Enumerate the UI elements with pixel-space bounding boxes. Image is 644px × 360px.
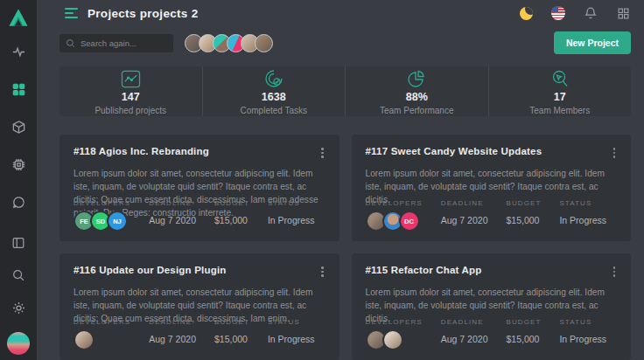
search-box [60, 34, 173, 52]
developer-avatars [366, 329, 423, 350]
developers-column: DEVELOPERS [366, 318, 423, 350]
topbar-icons [518, 5, 631, 21]
status-value: In Progress [268, 334, 315, 344]
card-menu-button[interactable] [319, 265, 326, 279]
budget-column: BUDGET $15,000 [214, 199, 249, 232]
deadline-column: DEADLINE Aug 7 2020 [149, 199, 196, 232]
meta-label: DEADLINE [149, 199, 196, 207]
stat-team-members: 17 Team Members [489, 66, 632, 116]
meta-label: STATUS [559, 199, 606, 207]
deadline-column: DEADLINE Aug 7 2020 [149, 318, 196, 350]
meta-label: BUDGET [214, 199, 249, 207]
budget-value: $15,000 [214, 215, 249, 225]
stat-label: Completed Tasks [240, 106, 307, 115]
apps-menu-button[interactable] [615, 5, 631, 21]
moon-icon [520, 7, 533, 20]
status-column: STATUS In Progress [559, 199, 606, 232]
deadline-column: DEADLINE Aug 7 2020 [441, 199, 488, 232]
project-cards-grid: #118 Agios Inc. Rebranding Lorem ipsum d… [60, 135, 631, 360]
stat-value: 1638 [262, 91, 286, 103]
bell-icon [584, 6, 598, 20]
team-avatar[interactable] [255, 34, 273, 52]
stat-team-performance: 88% Team Performance [346, 66, 489, 116]
developer-avatars: FE SD NJ [74, 211, 130, 232]
project-card-meta: DEVELOPERS DEADLINE Aug 7 2020 BUDGET $1… [74, 318, 326, 350]
developers-column: DEVELOPERS DC [366, 199, 423, 232]
project-card: #115 Refactor Chat App Lorem ipsum dolor… [352, 253, 632, 360]
status-column: STATUS In Progress [559, 318, 606, 350]
status-value: In Progress [559, 215, 606, 225]
stat-completed-tasks: 1638 Completed Tasks [203, 66, 346, 116]
meta-label: DEADLINE [441, 318, 488, 326]
project-card: #116 Update our Design Plugin Lorem ipsu… [60, 253, 340, 360]
sidebar-item-search[interactable] [10, 267, 26, 283]
meta-label: DEADLINE [441, 199, 488, 207]
sidebar-item-layout[interactable] [10, 235, 26, 251]
language-selector[interactable] [550, 5, 566, 21]
notifications-button[interactable] [583, 5, 598, 21]
budget-value: $15,000 [506, 215, 541, 225]
stat-label: Team Performance [380, 106, 453, 115]
stat-value: 17 [554, 91, 566, 103]
card-menu-button[interactable] [612, 265, 618, 279]
deadline-value: Aug 7 2020 [441, 334, 488, 344]
stat-published-projects: 147 Published projects [60, 66, 203, 116]
budget-value: $15,000 [214, 334, 249, 344]
layout-icon [11, 236, 25, 250]
topbar: Projects projects 2 [60, 0, 631, 26]
deadline-value: Aug 7 2020 [149, 334, 196, 344]
us-flag-icon [551, 6, 565, 20]
sidebar [0, 0, 37, 360]
search-icon [66, 38, 75, 48]
developer-avatar[interactable]: NJ [107, 211, 128, 232]
card-menu-button[interactable] [612, 146, 618, 160]
dark-mode-toggle[interactable] [518, 5, 534, 21]
project-card-title: #117 Sweet Candy Website Updates [366, 146, 542, 156]
developers-column: DEVELOPERS FE SD NJ [74, 199, 130, 232]
budget-column: BUDGET $15,000 [506, 199, 541, 232]
meta-label: DEADLINE [149, 318, 196, 326]
chat-bubble-icon [11, 195, 26, 210]
budget-column: BUDGET $15,000 [214, 318, 249, 350]
project-card: #118 Agios Inc. Rebranding Lorem ipsum d… [60, 135, 340, 241]
project-card-title: #118 Agios Inc. Rebranding [74, 146, 209, 156]
stats-panel: 147 Published projects 1638 Completed Ta… [60, 66, 631, 116]
sidebar-item-projects[interactable] [10, 81, 26, 97]
budget-value: $15,000 [506, 334, 541, 344]
new-project-button[interactable]: New Project [554, 31, 631, 54]
sidebar-item-activity[interactable] [10, 44, 26, 59]
project-card-meta: DEVELOPERS FE SD NJ DEADLINE Aug 7 2020 … [74, 199, 326, 232]
apps-grid-icon [617, 7, 630, 20]
developer-avatar[interactable]: DC [399, 211, 420, 232]
toolbar: New Project [60, 31, 631, 54]
developer-avatar[interactable] [382, 329, 403, 350]
meta-label: DEVELOPERS [366, 318, 423, 326]
developer-avatars [74, 329, 130, 350]
app-root: Projects projects 2 [0, 0, 644, 360]
user-avatar[interactable] [7, 332, 30, 355]
deadline-value: Aug 7 2020 [441, 215, 488, 225]
card-menu-button[interactable] [319, 146, 326, 160]
meta-label: STATUS [268, 199, 315, 207]
meta-label: DEVELOPERS [74, 199, 130, 207]
settings-gear-icon [11, 301, 26, 315]
sidebar-item-hardware[interactable] [10, 156, 26, 172]
deadline-column: DEADLINE Aug 7 2020 [441, 318, 488, 350]
sidebar-item-packages[interactable] [10, 119, 26, 135]
meta-label: BUDGET [506, 318, 541, 326]
developers-column: DEVELOPERS [74, 318, 130, 350]
project-card-title: #116 Update our Design Plugin [74, 265, 227, 275]
status-column: STATUS In Progress [268, 318, 315, 350]
project-card-title: #115 Refactor Chat App [366, 265, 482, 275]
sidebar-item-settings[interactable] [10, 300, 26, 315]
developer-avatar[interactable] [74, 329, 94, 350]
hamburger-menu-button[interactable] [65, 8, 78, 18]
sidebar-item-messages[interactable] [10, 194, 26, 210]
sidebar-bottom [7, 235, 30, 360]
status-column: STATUS In Progress [268, 199, 315, 232]
budget-column: BUDGET $15,000 [506, 318, 541, 350]
stat-value: 88% [406, 91, 428, 103]
search-input[interactable] [80, 38, 167, 48]
app-logo[interactable] [0, 0, 37, 35]
stat-label: Team Members [529, 106, 590, 115]
